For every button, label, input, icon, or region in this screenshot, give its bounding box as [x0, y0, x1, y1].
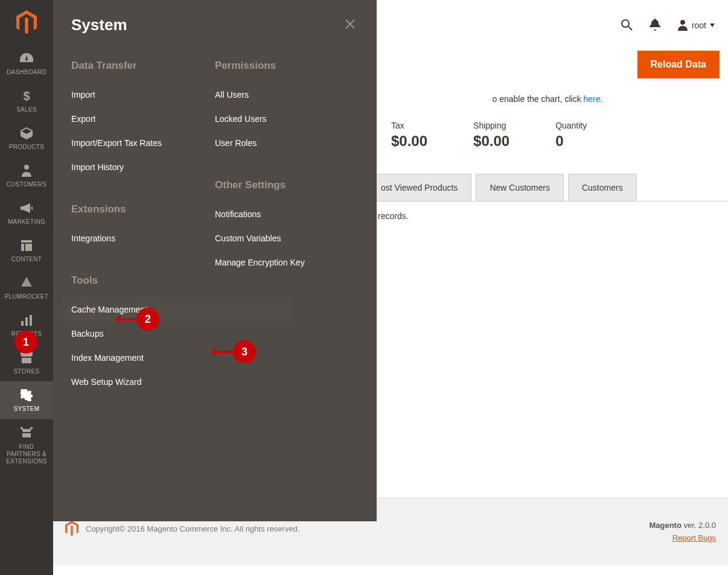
layout-icon — [0, 239, 53, 252]
dashboard-icon — [0, 52, 53, 65]
gear-icon — [0, 389, 53, 402]
plumrocket-icon — [0, 276, 53, 290]
search-button[interactable] — [621, 19, 633, 33]
sidebar-item-dashboard[interactable]: DASHBOARD — [0, 45, 53, 82]
user-icon — [677, 20, 688, 31]
metric-label: Shipping — [473, 121, 509, 130]
metric-shipping: Shipping $0.00 — [473, 121, 509, 150]
group-data-transfer: Data Transfer — [71, 60, 215, 72]
sidebar-item-products[interactable]: PRODUCTS — [0, 119, 53, 157]
partners-icon — [0, 427, 53, 440]
annotation-arrow-2 — [116, 318, 138, 320]
metric-label: Quantity — [555, 121, 587, 130]
tab-customers[interactable]: Customers — [568, 174, 637, 201]
flyout-close-button[interactable] — [342, 14, 359, 36]
link-all-users[interactable]: All Users — [215, 83, 359, 107]
link-manage-encryption-key[interactable]: Manage Encryption Key — [215, 250, 359, 275]
link-locked-users[interactable]: Locked Users — [215, 107, 359, 131]
tabs-empty-message: records. — [367, 202, 728, 221]
metric-value: $0.00 — [391, 133, 427, 150]
reload-data-button[interactable]: Reload Data — [637, 51, 720, 78]
sidebar-item-label: SALES — [0, 106, 53, 113]
sidebar-item-partners[interactable]: FIND PARTNERS & EXTENSIONS — [0, 419, 53, 471]
magento-logo[interactable] — [0, 0, 53, 45]
link-import-export-tax-rates[interactable]: Import/Export Tax Rates — [71, 131, 215, 155]
flyout-col-1: Data Transfer Import Export Import/Expor… — [71, 60, 215, 394]
sidebar-item-label: CUSTOMERS — [0, 181, 53, 188]
close-icon — [345, 19, 355, 29]
sidebar-item-label: MARKETING — [0, 218, 53, 226]
group-other-settings: Other Settings — [215, 179, 359, 191]
enable-chart-link[interactable]: here — [584, 94, 601, 104]
link-web-setup-wizard[interactable]: Web Setup Wizard — [71, 370, 215, 394]
group-extensions: Extensions — [71, 203, 215, 215]
admin-sidebar: DASHBOARD $ SALES PRODUCTS CUSTOMERS MAR… — [0, 0, 53, 575]
metric-quantity: Quantity 0 — [555, 121, 587, 150]
box-icon — [0, 127, 53, 140]
link-import[interactable]: Import — [71, 83, 215, 107]
group-tools: Tools — [71, 275, 215, 287]
annotation-arrow-3 — [211, 351, 234, 353]
link-notifications[interactable]: Notifications — [215, 202, 359, 226]
sidebar-item-label: STORES — [0, 368, 53, 375]
tab-most-viewed-products[interactable]: ost Viewed Products — [367, 174, 471, 201]
sidebar-item-label: SYSTEM — [0, 405, 53, 413]
group-permissions: Permissions — [215, 60, 359, 72]
sidebar-item-marketing[interactable]: MARKETING — [0, 194, 53, 232]
chevron-down-icon — [710, 24, 715, 27]
sidebar-item-system[interactable]: SYSTEM — [0, 381, 53, 419]
username: root — [692, 21, 706, 30]
magento-logo-icon — [16, 10, 37, 34]
metric-label: Tax — [391, 121, 427, 130]
sidebar-item-content[interactable]: CONTENT — [0, 232, 53, 269]
magento-footer-icon — [65, 521, 78, 536]
dollar-icon: $ — [0, 89, 53, 103]
sidebar-item-label: FIND PARTNERS & EXTENSIONS — [0, 443, 53, 465]
link-custom-variables[interactable]: Custom Variables — [215, 226, 359, 250]
link-index-management[interactable]: Index Management — [71, 346, 215, 370]
report-bugs-link[interactable]: Report Bugs — [649, 533, 716, 542]
annotation-badge-3: 3 — [233, 340, 256, 363]
footer-version: ver. 2.0.0 — [682, 521, 716, 530]
metric-value: 0 — [555, 133, 587, 150]
bell-icon — [650, 19, 660, 31]
user-menu[interactable]: root — [677, 20, 715, 31]
link-user-roles[interactable]: User Roles — [215, 131, 359, 155]
tab-new-customers[interactable]: New Customers — [476, 174, 564, 201]
sidebar-item-customers[interactable]: CUSTOMERS — [0, 157, 53, 194]
sidebar-item-label: PRODUCTS — [0, 144, 53, 151]
notifications-button[interactable] — [650, 19, 660, 33]
footer-brand: Magento — [649, 521, 681, 530]
link-export[interactable]: Export — [71, 107, 215, 131]
link-import-history[interactable]: Import History — [71, 155, 215, 179]
link-integrations[interactable]: Integrations — [71, 226, 215, 250]
copyright-text: Copyright© 2016 Magento Commerce Inc. Al… — [86, 524, 299, 533]
sidebar-item-label: PLUMROCKET — [0, 293, 53, 300]
bars-icon — [0, 314, 53, 327]
sidebar-item-label: DASHBOARD — [0, 69, 53, 76]
sidebar-item-plumrocket[interactable]: PLUMROCKET — [0, 269, 53, 307]
sidebar-item-sales[interactable]: $ SALES — [0, 82, 53, 119]
annotation-badge-1: 1 — [14, 331, 37, 354]
svg-point-0 — [622, 20, 629, 27]
annotation-badge-2: 2 — [136, 308, 159, 331]
metric-tax: Tax $0.00 — [391, 121, 427, 150]
flyout-title: System — [71, 16, 127, 34]
metric-value: $0.00 — [473, 133, 509, 150]
search-icon — [621, 19, 633, 31]
sidebar-item-label: CONTENT — [0, 256, 53, 263]
system-flyout-panel: System Data Transfer Import Export Impor… — [53, 0, 377, 521]
megaphone-icon — [0, 202, 53, 215]
person-icon — [0, 164, 53, 177]
